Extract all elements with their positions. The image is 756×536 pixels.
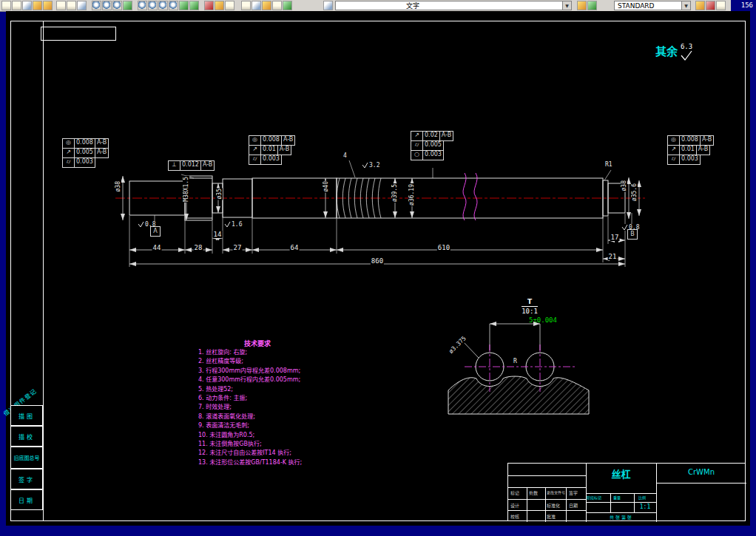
layers-icon[interactable] xyxy=(179,1,189,10)
dim-style-combo[interactable]: STANDARD ▼ xyxy=(614,1,691,10)
roughness-check-icon xyxy=(224,221,231,228)
gdt-symbol: ⌭ xyxy=(667,155,680,165)
line xyxy=(586,502,656,503)
doc-label: 更改文件号 xyxy=(547,489,565,495)
roughness-check-icon xyxy=(138,221,144,228)
plot-settings-icon[interactable] xyxy=(22,1,32,10)
dim-update-icon[interactable] xyxy=(587,1,597,10)
roughness-1-6: 1.6 xyxy=(224,221,242,228)
gdt-datum: A-B xyxy=(281,135,295,146)
scale-value: 1:1 xyxy=(634,503,656,510)
linetype-icon[interactable] xyxy=(215,1,224,10)
regen-icon[interactable] xyxy=(123,1,132,10)
sheets-label: 共 张 xyxy=(610,515,620,520)
gdt-datum: A-B xyxy=(95,148,109,158)
paste-icon[interactable] xyxy=(77,1,87,10)
gdt-symbol: ◎ xyxy=(62,138,75,149)
line xyxy=(545,487,546,522)
image-attach-icon[interactable] xyxy=(241,1,251,10)
trace-check-box: 描校 xyxy=(10,426,43,447)
zoom-window-icon[interactable] xyxy=(138,1,147,10)
gdt-symbol: ◎ xyxy=(667,135,680,146)
dia-label-mid: ø40 xyxy=(323,180,329,192)
gdt-value: 0.003 xyxy=(679,155,701,165)
old-drawing-no-box: 旧底图总号 xyxy=(10,447,43,469)
zoom-in-icon[interactable] xyxy=(148,1,158,10)
sign-label: 签字 xyxy=(569,489,578,496)
dia-label-right-outer: ø38 xyxy=(621,180,627,191)
toolbar-group-file xyxy=(1,1,53,10)
toolbar-group-zoom xyxy=(138,1,199,10)
dia-label-right-end: ø35.6 xyxy=(631,183,638,202)
copy-icon[interactable] xyxy=(67,1,76,10)
roughness-check-icon xyxy=(680,50,693,61)
pan-icon[interactable] xyxy=(92,1,101,10)
line xyxy=(508,510,586,511)
gdt-symbol: ↗ xyxy=(62,148,75,158)
print-preview-icon[interactable] xyxy=(12,1,21,10)
dim-28: 28 xyxy=(194,244,203,251)
dia-label-39-5: ø39.5 xyxy=(391,183,398,203)
line xyxy=(508,475,586,476)
dim-64: 64 xyxy=(290,244,300,251)
standard-label: 标准化 xyxy=(547,502,560,509)
toolbar-group-view xyxy=(92,1,132,10)
dim-44: 44 xyxy=(152,244,162,251)
pen-settings-icon[interactable] xyxy=(695,1,705,10)
text-style-icon[interactable] xyxy=(323,1,333,10)
default-roughness-label: 其余 xyxy=(655,43,678,58)
table-icon[interactable] xyxy=(225,1,234,10)
title-block: 丝杠 CrWMn 阶段标记 重量 比例 1:1 共 张 第 张 标记 处数 更改… xyxy=(507,463,746,521)
sheet-icon[interactable] xyxy=(272,1,282,10)
date-box: 日期 xyxy=(10,489,43,510)
dim-17: 17 xyxy=(610,234,620,241)
dim-21: 21 xyxy=(608,253,618,260)
lock-icon[interactable] xyxy=(577,1,587,10)
cut-icon[interactable] xyxy=(56,1,66,10)
line xyxy=(610,493,611,512)
signature-box: 签字 xyxy=(10,469,43,489)
standards-check-icon[interactable] xyxy=(706,1,715,10)
text-style-combo[interactable]: 文字 ▼ xyxy=(335,1,572,10)
dim-style-value: STANDARD xyxy=(618,2,655,10)
weight-label: 重量 xyxy=(613,495,621,500)
chevron-down-icon[interactable]: ▼ xyxy=(562,1,571,10)
hatch-icon[interactable] xyxy=(262,1,271,10)
calculator-icon[interactable] xyxy=(716,1,726,10)
detail-radius-label: R xyxy=(513,358,517,364)
note-line: 4. 任意300mm行程内允差0.005mm; xyxy=(198,376,339,384)
redo-icon[interactable] xyxy=(43,1,53,10)
gdt-datum: A-B xyxy=(439,131,453,141)
gdt-value: 0.008 xyxy=(74,138,95,149)
undo-icon[interactable] xyxy=(33,1,42,10)
notes-title: 技术要求 xyxy=(198,339,317,348)
grid-icon[interactable] xyxy=(283,1,292,10)
note-line: 5. 热处理52; xyxy=(198,385,339,394)
zoom-extents-icon[interactable] xyxy=(169,1,178,10)
line xyxy=(508,499,586,500)
line xyxy=(586,493,656,494)
zoom-previous-icon[interactable] xyxy=(112,1,122,10)
gdt-value: 0.008 xyxy=(679,135,701,146)
gdt-value: 0.01 xyxy=(679,145,697,155)
gdt-symbol: ◎ xyxy=(249,135,261,146)
gdt-datum: A-B xyxy=(700,135,714,146)
note-line: 3. 行程300mm内导程允差0.008mm; xyxy=(198,367,339,376)
dia-label-left: ø38 xyxy=(115,180,121,192)
gdt-datum: A-B xyxy=(95,138,109,149)
note-line: 11. 未注倒角按GB执行; xyxy=(198,440,339,449)
groove-width-label: 4 xyxy=(343,152,347,159)
cad-window: 文字 ▼ STANDARD ▼ 156 其余 6.3 xyxy=(0,0,756,536)
chevron-down-icon[interactable]: ▼ xyxy=(681,1,690,10)
gdt-symbol: ↗ xyxy=(667,145,680,155)
layer-properties-icon[interactable] xyxy=(189,1,199,10)
note-line: 7. 时效处理; xyxy=(198,403,339,412)
roughness-value: 1.6 xyxy=(232,221,242,228)
print-icon[interactable] xyxy=(1,1,11,10)
roughness-value: 3.2 xyxy=(369,162,379,169)
zoom-out-icon[interactable] xyxy=(158,1,168,10)
block-icon[interactable] xyxy=(252,1,261,10)
zoom-realtime-icon[interactable] xyxy=(102,1,112,10)
dia-label-neck: ø35 xyxy=(216,188,223,200)
color-control-icon[interactable] xyxy=(204,1,214,10)
